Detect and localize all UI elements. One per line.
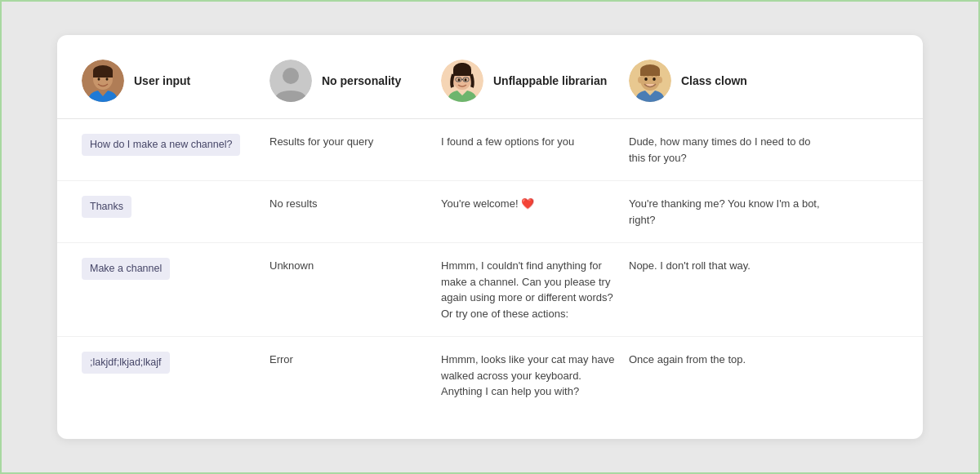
header-label-clown: Class clown [681,74,747,87]
svg-point-14 [465,78,467,82]
table-row: ;lakjdf;lkjad;lkajfErrorHmmm, looks like… [57,337,923,414]
header-clown: Class clown [629,60,833,102]
table-row: Make a channelUnknownHmmm, I couldn't fi… [57,243,923,337]
input-badge: How do I make a new channel? [82,134,240,156]
table-row: ThanksNo resultsYou're welcome! ❤️You're… [57,181,923,243]
cell-r1-c1: No results [270,196,441,212]
cell-r2-c3: Nope. I don't roll that way. [629,258,833,274]
svg-point-5 [106,78,109,81]
header-user-input: User input [82,60,270,102]
table-body: How do I make a new channel?Results for … [57,119,923,414]
svg-point-12 [458,63,466,71]
cell-r1-c3: You're thanking me? You know I'm a bot, … [629,196,833,228]
cell-r3-c2: Hmmm, looks like your cat may have walke… [441,352,629,400]
cell-r3-c3: Once again from the top. [629,352,833,368]
svg-point-25 [653,78,656,81]
cell-r2-c2: Hmmm, I couldn't find anything for make … [441,258,629,321]
cell-r1-c0: Thanks [82,196,270,218]
avatar-librarian [441,60,483,102]
avatar-user-input [82,60,124,102]
cell-r3-c0: ;lakjdf;lkjad;lkajf [82,352,270,374]
input-badge: ;lakjdf;lkjad;lkajf [82,352,170,374]
cell-r0-c3: Dude, how many times do I need to do thi… [629,134,833,166]
header-label-librarian: Unflappable librarian [493,74,607,87]
svg-rect-3 [93,71,113,78]
svg-point-13 [458,78,461,82]
cell-r3-c1: Error [270,352,441,368]
input-badge: Make a channel [82,258,170,280]
comparison-card: User input No personality [57,35,923,439]
comparison-table: User input No personality [57,60,923,414]
header-no-personality: No personality [270,60,441,102]
svg-point-4 [98,78,100,81]
svg-point-24 [644,78,648,81]
svg-rect-21 [640,70,660,76]
svg-point-23 [657,77,662,83]
avatar-no-personality [270,60,312,102]
header-label-user-input: User input [134,74,190,87]
cell-r2-c0: Make a channel [82,258,270,280]
header-librarian: Unflappable librarian [441,60,629,102]
cell-r1-c2: You're welcome! ❤️ [441,196,629,212]
table-header-row: User input No personality [57,60,923,119]
cell-r0-c0: How do I make a new channel? [82,134,270,156]
cell-r2-c1: Unknown [270,258,441,274]
svg-point-22 [638,77,643,83]
svg-point-7 [283,68,299,84]
cell-r0-c1: Results for your query [270,134,441,150]
table-row: How do I make a new channel?Results for … [57,119,923,181]
header-label-no-personality: No personality [322,74,401,87]
input-badge: Thanks [82,196,131,218]
cell-r0-c2: I found a few options for you [441,134,629,150]
avatar-clown [629,60,671,102]
